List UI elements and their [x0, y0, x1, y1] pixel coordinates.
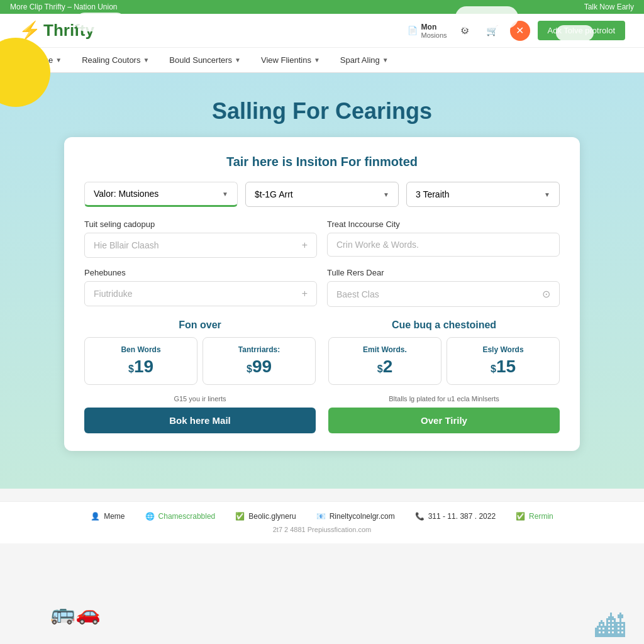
pricing-left-cards: Ben Words $19 Tantrriards: $99	[84, 337, 316, 385]
price-label-1: Ben Words	[91, 345, 191, 354]
pricing-left: Fon over Ben Words $19 Tantrriards: $99	[84, 319, 316, 385]
field1-label: Tuit seling cadopup	[84, 219, 317, 229]
price-label-2: Tantrriards:	[209, 345, 309, 354]
field3-placeholder: Fiutriduke	[94, 289, 132, 299]
field-group-4: Tulle Rers Dear Baest Clas ⊙	[327, 268, 560, 307]
price-card-4: Esly Words $15	[447, 337, 560, 385]
book-note-right: Bltalls lg plated for u1 ecla Minlserts	[328, 395, 560, 402]
form-fields-grid: Tuit seling cadopup Hie Bllair Claash + …	[84, 219, 560, 307]
pricing-right: Cue buq a chestoined Emit Words. $2 Esly…	[328, 319, 560, 385]
dropdown-price-arrow: ▼	[383, 191, 389, 198]
book-note-left: G15 you ir linerts	[84, 395, 316, 402]
amount-3: 2	[383, 357, 393, 376]
dropdown-teraith[interactable]: 3 Teraith ▼	[406, 182, 560, 207]
field3-icon: +	[302, 288, 308, 299]
dropdown-valor-label: Valor: Mutsiones	[94, 189, 158, 199]
price-value-3: $2	[335, 357, 435, 377]
dropdown-price[interactable]: $t-1G Arrt ▼	[245, 182, 399, 207]
book-here-mail-button[interactable]: Bok here Mail	[84, 408, 316, 433]
form-title: Tair here is Insiton For finmoted	[84, 155, 560, 169]
dropdown-price-label: $t-1G Arrt	[255, 189, 293, 199]
field4-label: Tulle Rers Dear	[327, 268, 560, 277]
dropdowns-row: Valor: Mutsiones ▼ $t-1G Arrt ▼ 3 Terait…	[84, 182, 560, 207]
booking-form-card: Tair here is Insiton For finmoted Valor:…	[64, 137, 580, 451]
currency-3: $	[377, 364, 383, 374]
book-group-left: G15 you ir linerts Bok here Mail	[84, 395, 316, 433]
field4-icon: ⊙	[542, 288, 550, 300]
pricing-right-cards: Emit Words. $2 Esly Words $15	[328, 337, 560, 385]
price-label-4: Esly Words	[453, 345, 553, 354]
over-tirily-button[interactable]: Over Tirily	[328, 408, 560, 433]
price-card-3: Emit Words. $2	[328, 337, 441, 385]
cloud-1	[75, 13, 126, 31]
pricing-right-title: Cue buq a chestoined	[328, 319, 560, 331]
price-card-1: Ben Words $19	[84, 337, 197, 385]
currency-4: $	[491, 364, 496, 374]
field4-input[interactable]: Baest Clas ⊙	[327, 281, 560, 307]
amount-1: 19	[134, 357, 153, 376]
cloud-2	[455, 6, 518, 28]
currency-2: $	[247, 364, 252, 374]
amount-2: 99	[252, 357, 272, 376]
field4-placeholder: Baest Clas	[336, 289, 379, 299]
field2-placeholder: Crin Worke & Words.	[336, 240, 419, 250]
field2-label: Treat Inccourse City	[327, 219, 560, 229]
price-value-4: $15	[453, 357, 553, 377]
field1-placeholder: Hie Bllair Claash	[94, 240, 158, 250]
dropdown-teraith-label: 3 Teraith	[416, 189, 449, 199]
field3-input[interactable]: Fiutriduke +	[84, 281, 317, 306]
hero-title: Salling For Cearings	[19, 98, 625, 125]
dropdown-valor[interactable]: Valor: Mutsiones ▼	[84, 182, 238, 207]
book-group-right: Bltalls lg plated for u1 ecla Minlserts …	[328, 395, 560, 433]
pricing-left-title: Fon over	[84, 319, 316, 331]
price-value-1: $19	[91, 357, 191, 377]
field-group-3: Pehebunes Fiutriduke +	[84, 268, 317, 307]
pricing-section: Fon over Ben Words $19 Tantrriards: $99	[84, 319, 560, 385]
field1-icon: +	[302, 240, 308, 251]
dropdown-valor-arrow: ▼	[222, 191, 228, 197]
amount-4: 15	[496, 357, 516, 376]
hero-section: 🚌🚗 🏙 Salling For Cearings Tair here is I…	[0, 73, 644, 489]
price-card-2: Tantrriards: $99	[203, 337, 316, 385]
currency-1: $	[128, 364, 134, 374]
field2-input[interactable]: Crin Worke & Words.	[327, 233, 560, 257]
dropdown-teraith-arrow: ▼	[544, 191, 550, 198]
field3-label: Pehebunes	[84, 268, 317, 277]
field1-input[interactable]: Hie Bllair Claash +	[84, 233, 317, 258]
field-group-1: Tuit seling cadopup Hie Bllair Claash +	[84, 219, 317, 258]
book-section: G15 you ir linerts Bok here Mail Bltalls…	[84, 395, 560, 433]
cloud-3	[556, 25, 594, 41]
field-group-2: Treat Inccourse City Crin Worke & Words.	[327, 219, 560, 258]
price-label-3: Emit Words.	[335, 345, 435, 354]
price-value-2: $99	[209, 357, 309, 377]
